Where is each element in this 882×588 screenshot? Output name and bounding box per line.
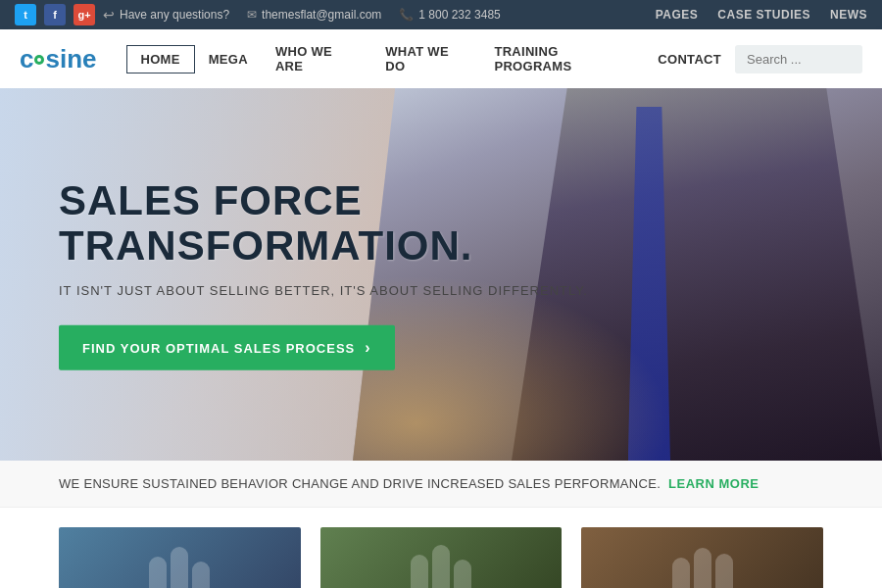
hero-cta-button[interactable]: FIND YOUR OPTIMAL SALES PROCESS ›: [59, 325, 395, 370]
nav-home[interactable]: HOME: [126, 45, 195, 74]
person-shape: [432, 545, 450, 589]
people-silhouette-3: [672, 548, 733, 588]
infobar: WE ENSURE SUSTAINED BEHAVIOR CHANGE AND …: [0, 461, 882, 508]
googleplus-icon[interactable]: g+: [74, 4, 95, 25]
nav-what-we-do[interactable]: WHAT WE DO: [371, 36, 480, 81]
person-shape: [192, 562, 210, 588]
hero-headline-line2: TRANSFORMATION.: [59, 223, 588, 269]
topbar-right: PAGES CASE STUDIES NEWS: [656, 8, 867, 22]
person-shape: [715, 554, 733, 588]
logo[interactable]: csine: [20, 44, 97, 74]
people-silhouette-2: [411, 545, 471, 589]
logo-dot-icon: [34, 55, 44, 65]
card-image-2: [320, 527, 563, 588]
phone-contact: 📞 1 800 232 3485: [399, 8, 500, 22]
pages-link[interactable]: PAGES: [656, 8, 699, 22]
email-contact: ✉ themesflat@gmail.com: [247, 8, 381, 22]
navbar: csine HOME MEGA WHO WE ARE WHAT WE DO TR…: [0, 29, 882, 88]
hero-headline: SALES FORCE TRANSFORMATION.: [59, 178, 588, 269]
card-image-1-inner: [59, 527, 301, 588]
search-box: [735, 45, 862, 74]
question-text: ↩ Have any questions?: [103, 7, 229, 23]
hero-subtext: IT ISN'T JUST ABOUT SELLING BETTER, IT'S…: [59, 283, 588, 298]
twitter-icon[interactable]: t: [15, 4, 36, 25]
card-image-2-inner: [320, 527, 563, 588]
nav-links: HOME MEGA WHO WE ARE WHAT WE DO TRAINING…: [126, 36, 736, 81]
card-image-1: [59, 527, 301, 588]
person-shape: [171, 547, 188, 588]
hero-section: SALES FORCE TRANSFORMATION. IT ISN'T JUS…: [0, 88, 882, 461]
person-shape: [694, 548, 711, 588]
person-shape: [149, 557, 167, 588]
logo-text: csine: [20, 44, 97, 74]
hero-cta-label: FIND YOUR OPTIMAL SALES PROCESS: [82, 341, 355, 356]
cards-section: [0, 508, 882, 588]
nav-contact[interactable]: CONTACT: [644, 44, 735, 74]
search-input[interactable]: [735, 45, 862, 74]
nav-training-programs[interactable]: TRAINING PROGRAMS: [480, 36, 644, 81]
hero-content: SALES FORCE TRANSFORMATION. IT ISN'T JUS…: [59, 178, 588, 370]
infobar-text: WE ENSURE SUSTAINED BEHAVIOR CHANGE AND …: [59, 476, 661, 491]
hero-headline-line1: SALES FORCE: [59, 178, 588, 223]
person-shape: [411, 555, 428, 589]
news-link[interactable]: NEWS: [830, 8, 867, 22]
person-shape: [672, 558, 690, 588]
infobar-learn-more-link[interactable]: LEARN MORE: [668, 476, 759, 491]
facebook-icon[interactable]: f: [44, 4, 66, 25]
case-studies-link[interactable]: CASE STUDIES: [717, 8, 810, 22]
nav-who-we-are[interactable]: WHO WE ARE: [262, 36, 371, 81]
people-silhouette-1: [149, 547, 210, 588]
topbar: t f g+ ↩ Have any questions? ✉ themesfla…: [0, 0, 882, 29]
hero-cta-arrow-icon: ›: [365, 339, 370, 357]
card-image-3: [581, 527, 823, 588]
topbar-contact: ↩ Have any questions? ✉ themesflat@gmail…: [103, 7, 501, 23]
nav-mega[interactable]: MEGA: [195, 44, 262, 74]
person-shape: [454, 560, 471, 589]
topbar-left: t f g+ ↩ Have any questions? ✉ themesfla…: [15, 4, 501, 25]
card-image-3-inner: [581, 527, 823, 588]
